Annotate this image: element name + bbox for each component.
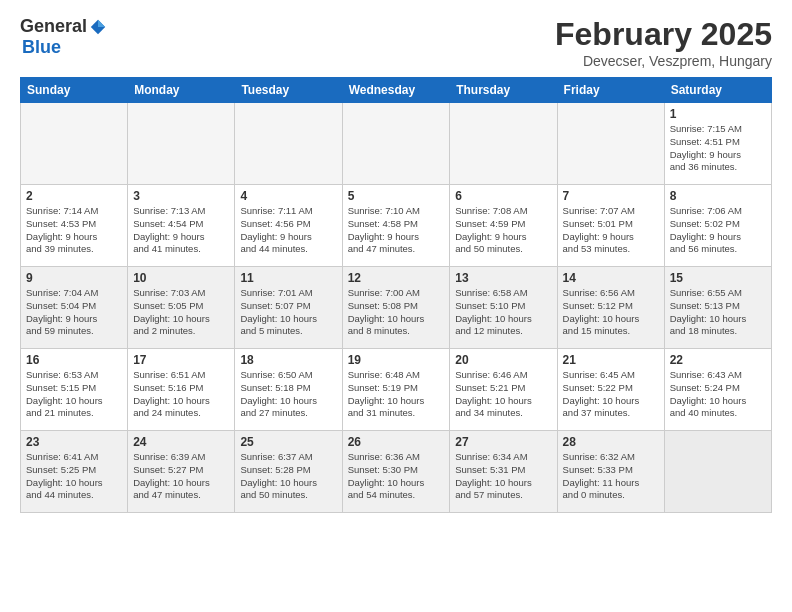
table-row — [21, 103, 128, 185]
calendar-week-row: 23Sunrise: 6:41 AM Sunset: 5:25 PM Dayli… — [21, 431, 772, 513]
table-row: 18Sunrise: 6:50 AM Sunset: 5:18 PM Dayli… — [235, 349, 342, 431]
day-detail: Sunrise: 6:46 AM Sunset: 5:21 PM Dayligh… — [455, 369, 551, 420]
day-number: 21 — [563, 353, 659, 367]
table-row: 19Sunrise: 6:48 AM Sunset: 5:19 PM Dayli… — [342, 349, 450, 431]
day-number: 10 — [133, 271, 229, 285]
table-row — [664, 431, 771, 513]
day-number: 17 — [133, 353, 229, 367]
day-number: 23 — [26, 435, 122, 449]
col-saturday: Saturday — [664, 78, 771, 103]
table-row — [450, 103, 557, 185]
col-sunday: Sunday — [21, 78, 128, 103]
table-row: 25Sunrise: 6:37 AM Sunset: 5:28 PM Dayli… — [235, 431, 342, 513]
calendar-week-row: 1Sunrise: 7:15 AM Sunset: 4:51 PM Daylig… — [21, 103, 772, 185]
calendar-week-row: 2Sunrise: 7:14 AM Sunset: 4:53 PM Daylig… — [21, 185, 772, 267]
logo-blue: Blue — [22, 37, 61, 57]
logo: General Blue — [20, 16, 107, 58]
day-detail: Sunrise: 7:15 AM Sunset: 4:51 PM Dayligh… — [670, 123, 766, 174]
table-row: 3Sunrise: 7:13 AM Sunset: 4:54 PM Daylig… — [128, 185, 235, 267]
page-subtitle: Devecser, Veszprem, Hungary — [555, 53, 772, 69]
col-tuesday: Tuesday — [235, 78, 342, 103]
svg-marker-1 — [98, 19, 105, 26]
col-monday: Monday — [128, 78, 235, 103]
day-detail: Sunrise: 7:14 AM Sunset: 4:53 PM Dayligh… — [26, 205, 122, 256]
table-row — [128, 103, 235, 185]
table-row — [342, 103, 450, 185]
page-title: February 2025 — [555, 16, 772, 53]
table-row: 4Sunrise: 7:11 AM Sunset: 4:56 PM Daylig… — [235, 185, 342, 267]
logo-icon — [89, 18, 107, 36]
day-number: 11 — [240, 271, 336, 285]
day-detail: Sunrise: 6:36 AM Sunset: 5:30 PM Dayligh… — [348, 451, 445, 502]
table-row: 23Sunrise: 6:41 AM Sunset: 5:25 PM Dayli… — [21, 431, 128, 513]
table-row: 7Sunrise: 7:07 AM Sunset: 5:01 PM Daylig… — [557, 185, 664, 267]
table-row: 17Sunrise: 6:51 AM Sunset: 5:16 PM Dayli… — [128, 349, 235, 431]
day-number: 28 — [563, 435, 659, 449]
day-detail: Sunrise: 6:37 AM Sunset: 5:28 PM Dayligh… — [240, 451, 336, 502]
day-number: 2 — [26, 189, 122, 203]
day-detail: Sunrise: 7:08 AM Sunset: 4:59 PM Dayligh… — [455, 205, 551, 256]
day-detail: Sunrise: 6:50 AM Sunset: 5:18 PM Dayligh… — [240, 369, 336, 420]
day-detail: Sunrise: 7:01 AM Sunset: 5:07 PM Dayligh… — [240, 287, 336, 338]
day-detail: Sunrise: 7:00 AM Sunset: 5:08 PM Dayligh… — [348, 287, 445, 338]
table-row: 20Sunrise: 6:46 AM Sunset: 5:21 PM Dayli… — [450, 349, 557, 431]
day-number: 19 — [348, 353, 445, 367]
table-row: 24Sunrise: 6:39 AM Sunset: 5:27 PM Dayli… — [128, 431, 235, 513]
logo-general: General — [20, 16, 87, 37]
table-row: 14Sunrise: 6:56 AM Sunset: 5:12 PM Dayli… — [557, 267, 664, 349]
col-wednesday: Wednesday — [342, 78, 450, 103]
day-number: 8 — [670, 189, 766, 203]
day-number: 15 — [670, 271, 766, 285]
day-detail: Sunrise: 6:53 AM Sunset: 5:15 PM Dayligh… — [26, 369, 122, 420]
table-row: 27Sunrise: 6:34 AM Sunset: 5:31 PM Dayli… — [450, 431, 557, 513]
day-detail: Sunrise: 6:39 AM Sunset: 5:27 PM Dayligh… — [133, 451, 229, 502]
day-detail: Sunrise: 7:11 AM Sunset: 4:56 PM Dayligh… — [240, 205, 336, 256]
table-row: 1Sunrise: 7:15 AM Sunset: 4:51 PM Daylig… — [664, 103, 771, 185]
calendar: Sunday Monday Tuesday Wednesday Thursday… — [20, 77, 772, 513]
day-number: 25 — [240, 435, 336, 449]
table-row: 9Sunrise: 7:04 AM Sunset: 5:04 PM Daylig… — [21, 267, 128, 349]
day-number: 24 — [133, 435, 229, 449]
table-row — [557, 103, 664, 185]
day-number: 27 — [455, 435, 551, 449]
day-detail: Sunrise: 6:56 AM Sunset: 5:12 PM Dayligh… — [563, 287, 659, 338]
day-number: 13 — [455, 271, 551, 285]
day-number: 7 — [563, 189, 659, 203]
day-number: 26 — [348, 435, 445, 449]
page: General Blue February 2025 Devecser, Ves… — [0, 0, 792, 523]
table-row — [235, 103, 342, 185]
day-detail: Sunrise: 7:06 AM Sunset: 5:02 PM Dayligh… — [670, 205, 766, 256]
day-number: 6 — [455, 189, 551, 203]
table-row: 8Sunrise: 7:06 AM Sunset: 5:02 PM Daylig… — [664, 185, 771, 267]
day-detail: Sunrise: 7:10 AM Sunset: 4:58 PM Dayligh… — [348, 205, 445, 256]
day-detail: Sunrise: 7:07 AM Sunset: 5:01 PM Dayligh… — [563, 205, 659, 256]
day-detail: Sunrise: 6:43 AM Sunset: 5:24 PM Dayligh… — [670, 369, 766, 420]
day-number: 22 — [670, 353, 766, 367]
day-number: 9 — [26, 271, 122, 285]
day-number: 1 — [670, 107, 766, 121]
calendar-week-row: 16Sunrise: 6:53 AM Sunset: 5:15 PM Dayli… — [21, 349, 772, 431]
table-row: 10Sunrise: 7:03 AM Sunset: 5:05 PM Dayli… — [128, 267, 235, 349]
day-detail: Sunrise: 7:04 AM Sunset: 5:04 PM Dayligh… — [26, 287, 122, 338]
calendar-week-row: 9Sunrise: 7:04 AM Sunset: 5:04 PM Daylig… — [21, 267, 772, 349]
table-row: 21Sunrise: 6:45 AM Sunset: 5:22 PM Dayli… — [557, 349, 664, 431]
calendar-header-row: Sunday Monday Tuesday Wednesday Thursday… — [21, 78, 772, 103]
col-thursday: Thursday — [450, 78, 557, 103]
table-row: 16Sunrise: 6:53 AM Sunset: 5:15 PM Dayli… — [21, 349, 128, 431]
day-number: 4 — [240, 189, 336, 203]
day-detail: Sunrise: 6:51 AM Sunset: 5:16 PM Dayligh… — [133, 369, 229, 420]
table-row: 12Sunrise: 7:00 AM Sunset: 5:08 PM Dayli… — [342, 267, 450, 349]
day-detail: Sunrise: 6:45 AM Sunset: 5:22 PM Dayligh… — [563, 369, 659, 420]
day-number: 3 — [133, 189, 229, 203]
title-area: February 2025 Devecser, Veszprem, Hungar… — [555, 16, 772, 69]
table-row: 28Sunrise: 6:32 AM Sunset: 5:33 PM Dayli… — [557, 431, 664, 513]
header: General Blue February 2025 Devecser, Ves… — [20, 16, 772, 69]
table-row: 11Sunrise: 7:01 AM Sunset: 5:07 PM Dayli… — [235, 267, 342, 349]
day-number: 16 — [26, 353, 122, 367]
day-detail: Sunrise: 6:55 AM Sunset: 5:13 PM Dayligh… — [670, 287, 766, 338]
table-row: 22Sunrise: 6:43 AM Sunset: 5:24 PM Dayli… — [664, 349, 771, 431]
table-row: 5Sunrise: 7:10 AM Sunset: 4:58 PM Daylig… — [342, 185, 450, 267]
day-detail: Sunrise: 7:03 AM Sunset: 5:05 PM Dayligh… — [133, 287, 229, 338]
day-number: 14 — [563, 271, 659, 285]
day-number: 12 — [348, 271, 445, 285]
